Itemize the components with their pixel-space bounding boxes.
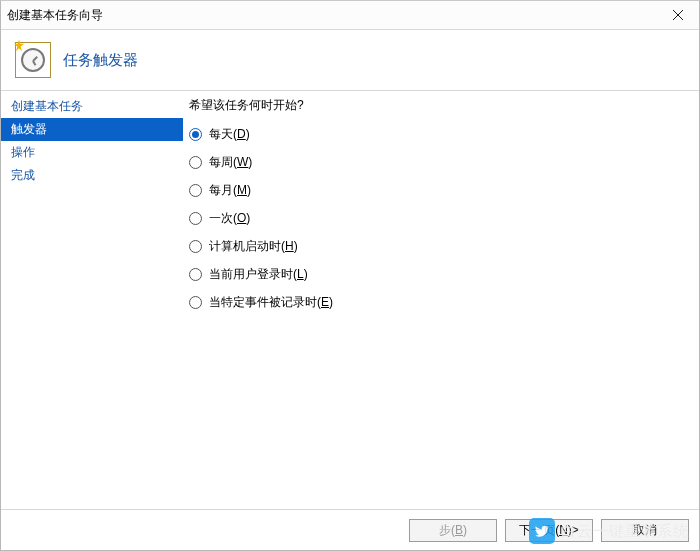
close-button[interactable]	[657, 1, 699, 29]
option-label: 计算机启动时(H)	[209, 238, 298, 255]
wizard-body: 创建基本任务触发器操作完成 希望该任务何时开始? 每天(D)每周(W)每月(M)…	[1, 91, 699, 509]
trigger-options: 每天(D)每周(W)每月(M)一次(O)计算机启动时(H)当前用户登录时(L)当…	[189, 126, 691, 311]
page-title: 任务触发器	[63, 51, 138, 70]
trigger-option-d[interactable]: 每天(D)	[189, 126, 691, 143]
option-label: 当前用户登录时(L)	[209, 266, 308, 283]
cancel-button[interactable]: 取消	[601, 519, 689, 542]
radio-icon	[189, 268, 202, 281]
back-button[interactable]: 步(B)	[409, 519, 497, 542]
radio-icon	[189, 212, 202, 225]
titlebar: 创建基本任务向导	[1, 1, 699, 30]
trigger-option-h[interactable]: 计算机启动时(H)	[189, 238, 691, 255]
clock-icon	[21, 48, 45, 72]
radio-icon	[189, 184, 202, 197]
wizard-steps-sidebar: 创建基本任务触发器操作完成	[1, 91, 183, 509]
option-label: 当特定事件被记录时(E)	[209, 294, 333, 311]
radio-icon	[189, 156, 202, 169]
sidebar-step-2[interactable]: 操作	[1, 141, 183, 164]
sidebar-step-1[interactable]: 触发器	[1, 118, 183, 141]
wizard-footer: 步(B) 下一页(N)> 取消	[1, 509, 699, 550]
trigger-option-w[interactable]: 每周(W)	[189, 154, 691, 171]
option-label: 每周(W)	[209, 154, 252, 171]
option-label: 一次(O)	[209, 210, 250, 227]
next-button[interactable]: 下一页(N)>	[505, 519, 593, 542]
svg-marker-2	[14, 40, 25, 52]
trigger-option-l[interactable]: 当前用户登录时(L)	[189, 266, 691, 283]
option-label: 每天(D)	[209, 126, 250, 143]
trigger-option-m[interactable]: 每月(M)	[189, 182, 691, 199]
trigger-option-e[interactable]: 当特定事件被记录时(E)	[189, 294, 691, 311]
wizard-icon	[15, 42, 51, 78]
window-title: 创建基本任务向导	[7, 7, 657, 24]
option-label: 每月(M)	[209, 182, 251, 199]
wizard-header: 任务触发器	[1, 30, 699, 91]
wizard-content: 希望该任务何时开始? 每天(D)每周(W)每月(M)一次(O)计算机启动时(H)…	[183, 91, 699, 509]
radio-icon	[189, 240, 202, 253]
radio-icon	[189, 128, 202, 141]
sidebar-step-0[interactable]: 创建基本任务	[1, 95, 183, 118]
close-icon	[673, 10, 683, 20]
sidebar-step-3[interactable]: 完成	[1, 164, 183, 187]
trigger-option-o[interactable]: 一次(O)	[189, 210, 691, 227]
prompt-text: 希望该任务何时开始?	[189, 97, 691, 114]
wizard-window: 创建基本任务向导 任务触发器 创建基本任务触发器操作完成 希望该任务何时开始? …	[0, 0, 700, 551]
radio-icon	[189, 296, 202, 309]
